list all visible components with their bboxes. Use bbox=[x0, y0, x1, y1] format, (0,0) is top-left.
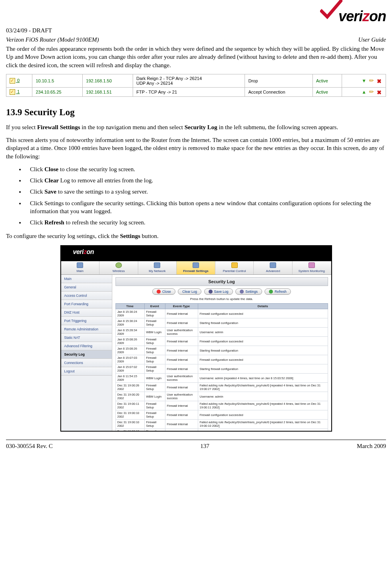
log-event-type: Firewall internal bbox=[165, 383, 198, 392]
sidebar-item-main[interactable]: Main bbox=[61, 275, 112, 283]
close-icon bbox=[157, 290, 161, 294]
save-log-button[interactable]: Save Log bbox=[204, 288, 233, 295]
move-down-icon[interactable] bbox=[361, 78, 366, 84]
log-event: Firewall Setup bbox=[144, 346, 165, 355]
sidebar-item-security-log[interactable]: Security Log bbox=[61, 350, 112, 359]
sidebar-item-remote-administration[interactable]: Remote Administration bbox=[61, 325, 112, 334]
move-up-icon[interactable] bbox=[361, 89, 366, 95]
sidebar-item-access-control[interactable]: Access Control bbox=[61, 292, 112, 300]
tab-parental-control[interactable]: Parental Control bbox=[215, 261, 254, 274]
router-screenshot: verizon MainWirelessMy NetworkFirewall S… bbox=[60, 245, 332, 432]
log-details: Starting firewall configuration bbox=[198, 318, 328, 328]
close-button[interactable]: Close bbox=[152, 288, 175, 295]
log-event: Firewall Setup bbox=[144, 410, 165, 420]
table-row: 010.10.1.5192.168.1.50Dark Reign 2 - TCP… bbox=[6, 74, 386, 87]
log-details: Firewall configuration succeeded bbox=[198, 410, 328, 420]
panel-title: Security Log bbox=[115, 277, 328, 286]
log-time: Jan 8 15:07:03 2009 bbox=[115, 355, 144, 364]
delete-icon[interactable] bbox=[376, 78, 382, 84]
log-event: Firewall Setup bbox=[144, 309, 165, 318]
list-item: Click Save to save the settings to a sys… bbox=[25, 188, 386, 196]
tab-firewall-settings[interactable]: Firewall Settings bbox=[177, 261, 215, 274]
log-details: Failed adding rule /fw/policy/0/chain/tr… bbox=[198, 383, 328, 392]
log-event: Firewall Setup bbox=[144, 355, 165, 364]
edit-icon[interactable] bbox=[367, 88, 375, 96]
log-details: Username: admin bbox=[198, 392, 328, 401]
para-2: If you select Firewall Settings in the t… bbox=[6, 123, 386, 131]
rule-protocol: FTP - TCP Any -> 21 bbox=[133, 87, 245, 96]
nav-icon bbox=[231, 262, 238, 268]
sidebar-item-logout[interactable]: Logout bbox=[61, 367, 112, 376]
tab-main[interactable]: Main bbox=[61, 261, 100, 274]
col-event-type: Event-Type bbox=[165, 304, 198, 309]
rule-operation: Drop bbox=[245, 74, 312, 87]
intro-paragraph: The order of the rules appearance repres… bbox=[6, 45, 386, 69]
log-row: Jan 8 15:08:26 2009Firewall SetupFirewal… bbox=[115, 337, 328, 346]
log-event-type: Firewall internal bbox=[165, 420, 198, 429]
log-event-type: User authentication success bbox=[165, 392, 198, 401]
sidebar-item-static-nat[interactable]: Static NAT bbox=[61, 334, 112, 342]
log-time: Jan 8 11:54:15 2009 bbox=[115, 374, 144, 383]
page-number: 137 bbox=[200, 443, 209, 450]
log-event: Firewall Setup bbox=[144, 401, 165, 410]
list-item: Click Close to close the security log sc… bbox=[25, 165, 386, 173]
sidebar-item-connections[interactable]: Connections bbox=[61, 359, 112, 367]
sidebar-item-port-forwarding[interactable]: Port Forwarding bbox=[61, 300, 112, 308]
log-time: Dec 31 19:00:26 2002 bbox=[115, 383, 144, 392]
doc-type: User Guide bbox=[358, 36, 386, 43]
router-logo: verizon bbox=[73, 248, 94, 256]
sidebar-item-general[interactable]: General bbox=[61, 283, 112, 292]
left-sidebar: MainGeneralAccess ControlPort Forwarding… bbox=[61, 275, 112, 431]
edit-icon[interactable] bbox=[367, 77, 375, 85]
log-row: Dec 31 19:00:11 2002Firewall SetupFirewa… bbox=[115, 401, 328, 410]
sidebar-item-dmz-host[interactable]: DMZ Host bbox=[61, 308, 112, 317]
log-event-type: Firewall internal bbox=[165, 346, 198, 355]
rule-dst: 192.168.1.50 bbox=[83, 74, 133, 87]
log-time: Dec 31 19:00:10 2002 bbox=[115, 429, 144, 431]
rule-index[interactable]: 1 bbox=[6, 87, 32, 96]
rule-index[interactable]: 0 bbox=[6, 74, 32, 87]
checkbox-icon[interactable] bbox=[10, 89, 15, 95]
rule-protocol: Dark Reign 2 - TCP Any -> 26214 UDP Any … bbox=[133, 74, 245, 87]
list-item: Click Refresh to refresh the security lo… bbox=[25, 218, 386, 226]
log-time: Jan 8 15:07:02 2009 bbox=[115, 364, 144, 374]
log-row: Dec 31 19:00:10 2002Firewall SetupFirewa… bbox=[115, 429, 328, 431]
rule-dst: 192.168.1.51 bbox=[83, 87, 133, 96]
refresh-button[interactable]: Refresh bbox=[265, 288, 291, 295]
rule-status: Active bbox=[312, 87, 342, 96]
para-4: To configure the security log settings, … bbox=[6, 232, 386, 240]
section-heading: 13.9 Security Log bbox=[6, 107, 386, 118]
col-event: Event bbox=[144, 304, 165, 309]
brand-logo: verizon bbox=[6, 8, 386, 25]
clear-log-button[interactable]: Clear Log bbox=[178, 288, 201, 295]
log-time: Jan 8 15:28:34 2009 bbox=[115, 328, 144, 337]
log-event: Firewall Setup bbox=[144, 364, 165, 374]
log-details: Failed adding rule /fw/policy/0/chain/tr… bbox=[198, 401, 328, 410]
list-item: Click Settings to configure the security… bbox=[25, 199, 386, 216]
rule-actions bbox=[342, 87, 386, 96]
doc-title: Verizon FiOS Router (Model 9100EM) bbox=[6, 36, 99, 43]
log-row: Dec 31 19:00:10 2002Firewall SetupFirewa… bbox=[115, 410, 328, 420]
checkbox-icon[interactable] bbox=[10, 78, 15, 84]
table-row: 1234.10.65.25192.168.1.51FTP - TCP Any -… bbox=[6, 87, 386, 96]
logo-text-z: z bbox=[362, 8, 369, 24]
sidebar-item-port-triggering[interactable]: Port Triggering bbox=[61, 317, 112, 325]
tab-advanced[interactable]: Advanced bbox=[254, 261, 293, 274]
bullet-list: Click Close to close the security log sc… bbox=[25, 165, 386, 227]
tab-system-monitoring[interactable]: System Monitoring bbox=[293, 261, 331, 274]
rule-actions bbox=[342, 74, 386, 87]
draft-stamp: 03/24/09 - DRAFT bbox=[6, 27, 386, 34]
log-row: Dec 31 19:00:26 2002Firewall SetupFirewa… bbox=[115, 383, 328, 392]
tab-wireless[interactable]: Wireless bbox=[99, 261, 138, 274]
log-event-type: Firewall internal bbox=[165, 429, 198, 431]
log-details: Starting firewall configuration bbox=[198, 346, 328, 355]
log-event-type: Firewall internal bbox=[165, 364, 198, 374]
log-details: Starting firewall configuration bbox=[198, 364, 328, 374]
sidebar-item-advanced-filtering[interactable]: Advanced Filtering bbox=[61, 342, 112, 350]
tab-my-network[interactable]: My Network bbox=[138, 261, 177, 274]
log-row: Jan 8 11:54:15 2009WBM LoginUser authent… bbox=[115, 374, 328, 383]
footer-right: March 2009 bbox=[357, 443, 386, 450]
logo-text-post: on bbox=[369, 8, 386, 24]
delete-icon[interactable] bbox=[376, 89, 382, 95]
settings-button[interactable]: Settings bbox=[235, 288, 262, 295]
